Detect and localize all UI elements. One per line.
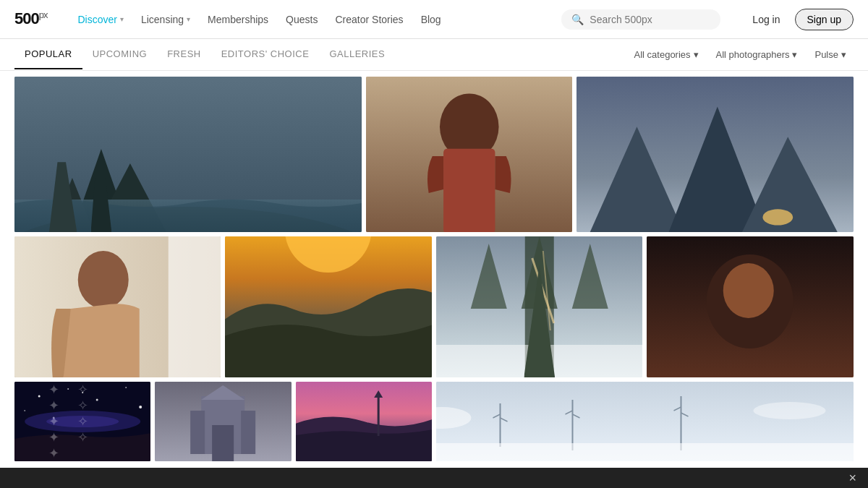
tab-upcoming[interactable]: UPCOMING — [82, 40, 158, 69]
svg-point-17 — [78, 251, 129, 309]
photo-cell-8[interactable] — [14, 382, 150, 461]
svg-rect-16 — [169, 236, 221, 377]
svg-rect-47 — [212, 425, 234, 461]
photo-cell-3[interactable] — [576, 77, 854, 232]
nav-quests[interactable]: Quests — [278, 9, 325, 30]
filter-categories[interactable]: All categories ▾ — [627, 46, 706, 64]
main-nav: Discover ▾ Licensing ▾ Memberships Quest… — [70, 9, 544, 30]
svg-point-30 — [723, 263, 774, 318]
licensing-chevron-icon: ▾ — [187, 15, 190, 23]
svg-point-64 — [753, 402, 825, 419]
svg-point-46 — [223, 389, 230, 396]
search-bar[interactable]: 🔍 — [561, 9, 720, 30]
filter-pulse[interactable]: Pulse ▾ — [807, 46, 854, 64]
login-button[interactable]: Log in — [745, 9, 787, 30]
discover-chevron-icon: ▾ — [120, 15, 124, 23]
svg-rect-49 — [241, 411, 255, 454]
subnav: POPULAR UPCOMING FRESH EDITORS' CHOICE G… — [0, 39, 868, 71]
nav-blog[interactable]: Blog — [414, 9, 448, 30]
nav-licensing[interactable]: Licensing ▾ — [134, 9, 197, 30]
logo[interactable]: 500px — [14, 9, 47, 28]
svg-point-33 — [67, 388, 69, 390]
photo-grid — [0, 71, 868, 467]
svg-point-41 — [46, 416, 119, 427]
svg-point-35 — [125, 387, 127, 388]
photo-cell-7[interactable] — [647, 236, 854, 377]
photo-cell-11[interactable] — [436, 382, 854, 461]
search-icon: 🔍 — [571, 14, 584, 25]
svg-rect-25 — [436, 345, 643, 377]
svg-point-36 — [139, 406, 142, 408]
photo-cell-9[interactable] — [155, 382, 291, 461]
tab-galleries[interactable]: GALLERIES — [319, 40, 395, 69]
pulse-chevron-icon: ▾ — [841, 49, 846, 60]
svg-rect-48 — [190, 411, 205, 454]
logo-suffix: px — [39, 9, 48, 20]
categories-chevron-icon: ▾ — [694, 49, 699, 60]
nav-creator-stories[interactable]: Creator Stories — [328, 9, 410, 30]
photo-cell-5[interactable] — [225, 236, 432, 377]
photo-cell-10[interactable] — [296, 382, 432, 461]
notification-close-button[interactable]: × — [848, 471, 856, 486]
tab-fresh[interactable]: FRESH — [157, 40, 211, 69]
photo-cell-6[interactable] — [436, 236, 643, 377]
tab-popular[interactable]: POPULAR — [14, 40, 82, 69]
logo-text: 500 — [14, 10, 39, 28]
nav-memberships[interactable]: Memberships — [200, 9, 276, 30]
svg-point-37 — [24, 410, 25, 411]
signup-button[interactable]: Sign up — [795, 9, 854, 30]
search-input[interactable] — [590, 14, 710, 25]
svg-rect-8 — [443, 149, 495, 232]
svg-point-39 — [82, 392, 83, 393]
photo-cell-1[interactable] — [14, 77, 362, 232]
filter-photographers[interactable]: All photographers ▾ — [709, 46, 805, 64]
svg-rect-65 — [436, 443, 854, 461]
subnav-tabs: POPULAR UPCOMING FRESH EDITORS' CHOICE G… — [14, 40, 627, 69]
subnav-filters: All categories ▾ All photographers ▾ Pul… — [627, 46, 854, 64]
photo-cell-2[interactable] — [366, 77, 573, 232]
notification-bar: × — [0, 468, 868, 488]
photo-cell-4[interactable] — [14, 236, 221, 377]
svg-point-32 — [38, 395, 41, 398]
nav-discover[interactable]: Discover ▾ — [70, 9, 130, 30]
auth-buttons: Log in Sign up — [745, 9, 854, 30]
svg-point-45 — [216, 389, 223, 396]
photographers-chevron-icon: ▾ — [792, 49, 797, 60]
svg-point-34 — [96, 399, 98, 401]
header: 500px Discover ▾ Licensing ▾ Memberships… — [0, 0, 868, 39]
tab-editors-choice[interactable]: EDITORS' CHOICE — [211, 40, 320, 69]
svg-point-14 — [763, 209, 793, 225]
